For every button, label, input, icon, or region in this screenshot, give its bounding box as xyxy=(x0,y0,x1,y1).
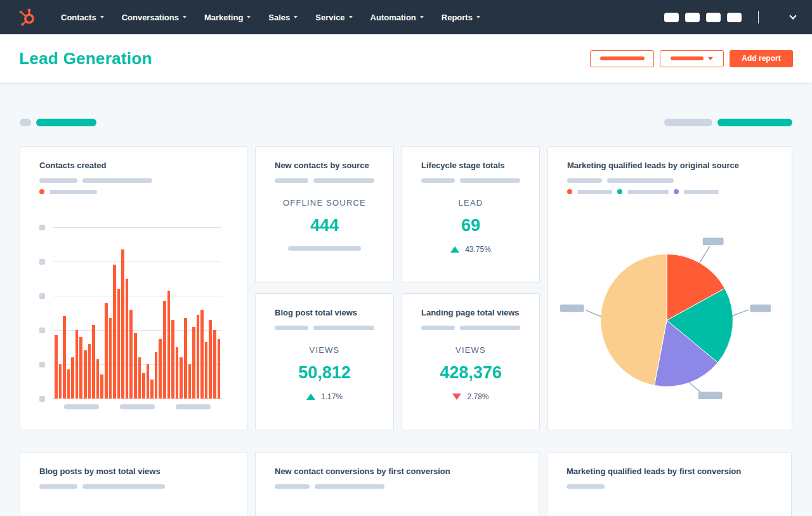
nav-item-label: Marketing xyxy=(204,13,243,22)
add-report-button[interactable]: Add report xyxy=(730,50,793,67)
card-blog-post-total-views: Blog post total views VIEWS 50,812 1.17% xyxy=(255,293,394,430)
nav-item-contacts[interactable]: Contacts xyxy=(53,9,112,26)
legend-placeholder xyxy=(49,190,97,194)
nav-item-sales[interactable]: Sales xyxy=(261,9,305,26)
header-actions: Add report xyxy=(590,50,793,67)
card-title: Blog post total views xyxy=(275,308,374,317)
bar xyxy=(171,320,174,399)
filter-placeholder-small[interactable] xyxy=(20,119,31,126)
pie-slice-4 xyxy=(601,254,667,385)
nav-item-label: Sales xyxy=(268,13,290,22)
bar xyxy=(129,310,133,399)
metric-value: 428,376 xyxy=(440,363,502,383)
legend-row xyxy=(39,178,228,183)
chevron-down-icon xyxy=(349,16,353,18)
delta-value: 2.78% xyxy=(467,392,488,401)
bar xyxy=(96,359,100,399)
dashboard-filter-row xyxy=(20,119,792,126)
dashboard-action-dropdown[interactable] xyxy=(660,50,724,67)
pie-slice-3 xyxy=(654,321,717,387)
legend-placeholder xyxy=(275,326,308,330)
chevron-down-icon xyxy=(183,16,187,18)
bar xyxy=(197,315,200,399)
nav-item-marketing[interactable]: Marketing xyxy=(197,9,258,26)
nav-item-label: Service xyxy=(315,13,344,22)
legend-placeholder xyxy=(567,178,602,183)
page-header: Lead Generation Add report xyxy=(0,34,812,83)
bar xyxy=(150,380,154,399)
bar xyxy=(205,342,208,399)
axis-label-placeholder xyxy=(176,404,211,409)
bar xyxy=(147,364,150,399)
axis-tick-placeholder xyxy=(39,225,45,230)
callout-line xyxy=(732,310,749,316)
metric-sub-placeholder xyxy=(288,246,361,251)
legend-placeholder xyxy=(82,484,165,489)
bar xyxy=(176,347,179,399)
toolbar-icon-placeholder-4[interactable] xyxy=(727,13,742,22)
y-axis-ticks xyxy=(39,227,46,399)
x-axis-labels xyxy=(53,404,221,409)
filter-right-group xyxy=(664,119,792,126)
filter-placeholder-teal-left[interactable] xyxy=(36,119,96,126)
toolbar-icon-placeholder-1[interactable] xyxy=(664,13,679,22)
bar xyxy=(134,333,137,399)
metric-block: VIEWS 50,812 1.17% xyxy=(275,330,374,401)
legend-placeholder xyxy=(421,178,455,183)
nav-item-service[interactable]: Service xyxy=(308,9,360,26)
bar xyxy=(213,330,216,399)
legend-dot-orange xyxy=(39,189,44,194)
metric-label: VIEWS xyxy=(455,345,486,355)
bar xyxy=(184,318,187,399)
nav-item-reports[interactable]: Reports xyxy=(434,9,488,26)
hubspot-logo[interactable] xyxy=(18,8,37,27)
account-chevron-down-icon[interactable] xyxy=(789,12,796,19)
nav-right-tools xyxy=(658,11,796,23)
bar xyxy=(188,364,192,399)
bar xyxy=(100,374,103,399)
legend-row xyxy=(567,178,773,183)
nav-item-label: Contacts xyxy=(61,13,96,22)
bar xyxy=(200,310,204,399)
toolbar-icon-placeholder-2[interactable] xyxy=(685,13,700,22)
nav-item-label: Reports xyxy=(442,13,473,22)
legend-row xyxy=(421,326,520,330)
bar xyxy=(209,320,212,399)
pie-callout-right xyxy=(750,305,771,312)
card-title: Blog posts by most total views xyxy=(39,466,228,476)
nav-item-conversations[interactable]: Conversations xyxy=(114,9,194,26)
bar-chart-plot-area xyxy=(53,227,221,399)
legend-placeholder xyxy=(460,178,520,183)
nav-item-automation[interactable]: Automation xyxy=(363,9,431,26)
legend-placeholder xyxy=(684,190,719,194)
metric-delta: 2.78% xyxy=(452,392,488,401)
chevron-down-icon xyxy=(247,16,251,18)
dashboard-action-button-1[interactable] xyxy=(590,50,654,67)
legend-row xyxy=(275,178,374,183)
legend-row xyxy=(39,484,228,489)
main-menu: Contacts Conversations Marketing Sales S… xyxy=(53,9,488,26)
filter-placeholder-teal-right[interactable] xyxy=(717,119,792,126)
legend-placeholder xyxy=(315,484,384,489)
bar xyxy=(167,291,171,399)
nav-item-label: Automation xyxy=(370,13,416,22)
card-landing-page-total-views: Landing page total views VIEWS 428,376 2… xyxy=(402,293,540,430)
bar xyxy=(180,357,183,399)
metric-label: VIEWS xyxy=(310,345,340,355)
card-contacts-created: Contacts created xyxy=(20,146,247,430)
pie-callout-top-right xyxy=(703,237,724,245)
dashboard-body: Contacts created xyxy=(0,119,812,516)
bar xyxy=(79,337,82,399)
filter-placeholder-gray-right[interactable] xyxy=(664,119,712,126)
legend-placeholder xyxy=(39,178,77,183)
toolbar-icon-placeholder-3[interactable] xyxy=(706,13,721,22)
report-grid: Contacts created xyxy=(20,146,792,430)
bar xyxy=(105,303,108,399)
bar xyxy=(63,316,66,399)
button-label-placeholder xyxy=(600,56,645,60)
card-title: Contacts created xyxy=(39,161,228,170)
card-title: New contacts by source xyxy=(275,161,374,170)
axis-label-placeholder xyxy=(120,404,155,409)
legend-placeholder xyxy=(607,178,674,183)
chevron-down-icon xyxy=(100,16,104,18)
